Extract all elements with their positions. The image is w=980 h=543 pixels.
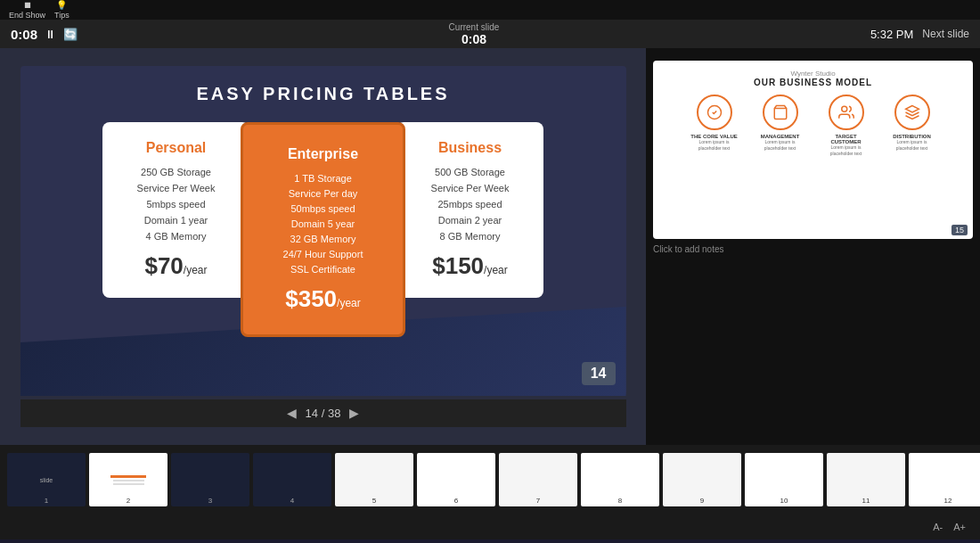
current-slide-timer: 0:08 (461, 32, 486, 46)
slide-area: EASY PRICING TABLES Personal 250 GB Stor… (0, 48, 646, 445)
thumbnail-10[interactable]: 10 (745, 453, 823, 506)
slide-number-badge: 14 (582, 362, 616, 385)
pricing-cards: Personal 250 GB Storage Service Per Week… (38, 122, 608, 337)
enterprise-card: Enterprise 1 TB Storage Service Per day … (241, 122, 405, 337)
font-decrease-button[interactable]: A- (933, 522, 943, 532)
preview-icon-customer: TARGET CUSTOMER Lorem ipsum is placehold… (820, 95, 873, 156)
bottom-controls: A- A+ (0, 514, 980, 539)
business-feature-4: 8 GB Memory (411, 231, 529, 242)
thumbnail-3[interactable]: 3 (171, 453, 249, 506)
preview-icon-distribution: DISTRIBUTION Lorem ipsum is placeholder … (886, 95, 939, 156)
toolbar-center: Current slide 0:08 (449, 22, 500, 46)
thumbnail-5[interactable]: 5 (335, 453, 413, 506)
business-card: Business 500 GB Storage Service Per Week… (396, 122, 543, 298)
business-price: $150/year (411, 252, 529, 280)
personal-price: $70/year (117, 252, 235, 280)
thumbnail-2[interactable]: 2 (89, 453, 167, 506)
business-feature-1: Service Per Week (411, 183, 529, 193)
thumbnail-6[interactable]: 6 (417, 453, 495, 506)
main-area: EASY PRICING TABLES Personal 250 GB Stor… (0, 48, 980, 445)
slide-nav: ◀ 14 / 38 ▶ (20, 399, 626, 427)
preview-label-2: TARGET CUSTOMER (820, 134, 873, 144)
enterprise-feature-0: 1 TB Storage (261, 173, 385, 184)
personal-plan-name: Personal (117, 140, 235, 156)
personal-feature-4: 4 GB Memory (117, 231, 235, 242)
business-feature-0: 500 GB Storage (411, 167, 529, 177)
preview-studio: Wynter Studio (790, 70, 835, 78)
refresh-icon[interactable]: 🔄 (63, 28, 78, 41)
toolbar-left: 0:08 ⏸ 🔄 (11, 27, 78, 42)
next-slide-panel: Wynter Studio OUR BUSINESS MODEL THE COR… (646, 48, 980, 445)
click-to-add-notes[interactable]: Click to add notes (653, 244, 973, 254)
enterprise-feature-4: 32 GB Memory (261, 234, 385, 244)
font-increase-button[interactable]: A+ (953, 522, 966, 532)
enterprise-feature-2: 50mbps speed (261, 203, 385, 214)
preview-icon-core: THE CORE VALUE Lorem ipsum is placeholde… (688, 95, 741, 156)
slide-title: EASY PRICING TABLES (196, 84, 449, 104)
prev-slide-button[interactable]: ◀ (287, 406, 297, 420)
personal-feature-3: Domain 1 year (117, 215, 235, 226)
thumbnail-11[interactable]: 11 (827, 453, 905, 506)
top-bar: ⏹ End Show 💡 Tips (0, 0, 980, 20)
thumbnail-12[interactable]: 12 (909, 453, 980, 506)
slide-timer: 0:08 (11, 27, 37, 42)
current-time: 5:32 PM (870, 28, 913, 41)
business-feature-2: 25mbps speed (411, 199, 529, 210)
personal-feature-2: 5mbps speed (117, 199, 235, 210)
enterprise-price: $350/year (261, 285, 385, 313)
next-slide-button[interactable]: ▶ (349, 406, 359, 420)
end-show-icon[interactable]: ⏹ End Show (9, 0, 45, 20)
management-icon (763, 95, 798, 130)
personal-card: Personal 250 GB Storage Service Per Week… (102, 122, 249, 298)
next-slide-preview: Wynter Studio OUR BUSINESS MODEL THE COR… (653, 61, 973, 239)
preview-icon-management: MANAGEMENT Lorem ipsum is placeholder te… (754, 95, 807, 156)
enterprise-feature-1: Service Per day (261, 188, 385, 199)
slide-content: EASY PRICING TABLES Personal 250 GB Stor… (20, 66, 626, 396)
thumbnail-8[interactable]: 8 (581, 453, 659, 506)
thumbnails-area: slide 1 2 3 4 5 6 7 8 9 10 (0, 445, 980, 514)
toolbar-right: 5:32 PM Next slide (870, 28, 969, 41)
tips-icon[interactable]: 💡 Tips (54, 0, 69, 20)
svg-point-2 (841, 106, 846, 111)
top-bar-left: ⏹ End Show 💡 Tips (9, 0, 69, 20)
preview-icons: THE CORE VALUE Lorem ipsum is placeholde… (688, 95, 939, 156)
distribution-icon (894, 95, 930, 130)
toolbar: 0:08 ⏸ 🔄 Current slide 0:08 5:32 PM Next… (0, 20, 980, 48)
enterprise-feature-5: 24/7 Hour Support (261, 249, 385, 259)
enterprise-feature-6: SSL Certificate (261, 264, 385, 275)
current-slide-label: Current slide (449, 22, 500, 32)
preview-badge: 15 (951, 225, 968, 235)
slide-counter: 14 / 38 (306, 407, 341, 420)
thumbnail-4[interactable]: 4 (253, 453, 331, 506)
enterprise-plan-name: Enterprise (261, 146, 385, 162)
business-plan-name: Business (411, 140, 529, 156)
business-feature-3: Domain 2 year (411, 215, 529, 226)
target-customer-icon (829, 95, 864, 130)
personal-feature-0: 250 GB Storage (117, 167, 235, 177)
thumbnail-1[interactable]: slide 1 (7, 453, 86, 506)
enterprise-feature-3: Domain 5 year (261, 218, 385, 229)
thumbnail-9[interactable]: 9 (663, 453, 741, 506)
core-value-icon (697, 95, 732, 130)
thumbnail-7[interactable]: 7 (499, 453, 577, 506)
preview-title: OUR BUSINESS MODEL (754, 78, 872, 87)
pause-icon[interactable]: ⏸ (45, 28, 56, 41)
personal-feature-1: Service Per Week (117, 183, 235, 193)
next-slide-label: Next slide (922, 28, 969, 40)
